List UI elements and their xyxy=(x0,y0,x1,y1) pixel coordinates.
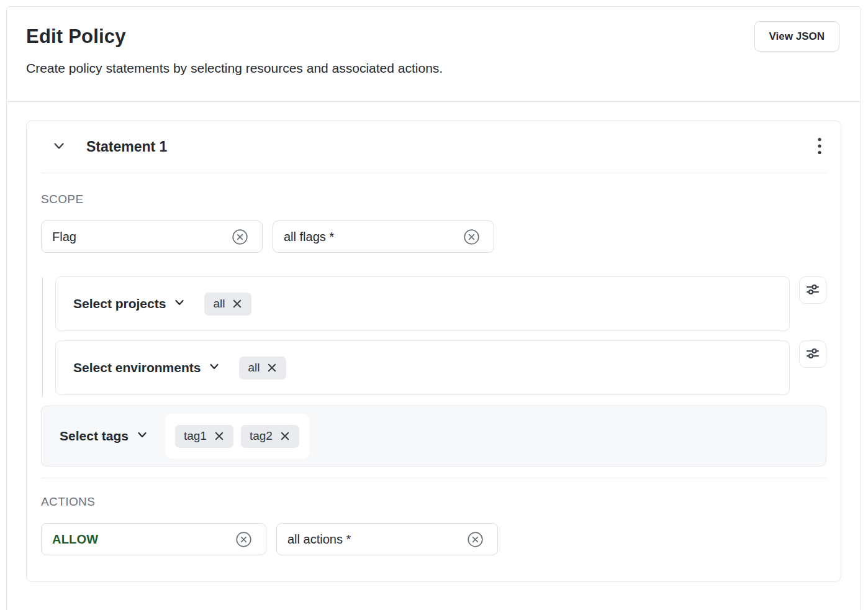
kebab-vertical-icon xyxy=(817,137,822,157)
statement-header-divider xyxy=(41,173,826,173)
remove-chip-icon[interactable] xyxy=(214,430,225,442)
resource-scope-pill[interactable]: all flags * xyxy=(273,221,494,253)
chip-label: tag1 xyxy=(184,429,207,443)
remove-effect-icon[interactable] xyxy=(235,531,252,548)
environments-dropdown-label: Select environments xyxy=(73,360,201,375)
chevron-down-icon xyxy=(51,138,67,156)
chevron-down-icon xyxy=(174,296,185,311)
view-json-button[interactable]: View JSON xyxy=(754,21,839,52)
statement-header: Statement 1 xyxy=(27,121,841,173)
nested-scope-rows: Select projects all xyxy=(41,276,826,395)
chip-label: tag2 xyxy=(250,429,273,443)
tags-dropdown-trigger[interactable]: Select tags xyxy=(60,429,148,444)
remove-chip-icon[interactable] xyxy=(232,298,243,309)
resource-type-pill[interactable]: Flag xyxy=(41,221,263,253)
statement-menu-button[interactable] xyxy=(815,134,825,160)
projects-select-box: Select projects all xyxy=(55,276,790,331)
tags-dropdown-label: Select tags xyxy=(60,429,129,444)
statement-title: Statement 1 xyxy=(86,139,167,155)
edit-policy-panel: Edit Policy Create policy statements by … xyxy=(6,6,861,610)
effect-pill[interactable]: ALLOW xyxy=(41,523,266,555)
page-title: Edit Policy xyxy=(26,25,839,48)
tag-chip: tag2 xyxy=(241,425,299,448)
chevron-down-icon xyxy=(209,360,220,375)
tag-chip: tag1 xyxy=(175,425,233,448)
chip-label: all xyxy=(213,297,225,311)
actions-divider xyxy=(41,478,826,478)
projects-advanced-button[interactable] xyxy=(799,276,826,304)
actions-section-label: ACTIONS xyxy=(41,495,826,509)
panel-header: Edit Policy Create policy statements by … xyxy=(7,7,861,102)
remove-actions-scope-icon[interactable] xyxy=(467,531,484,548)
page-subtitle: Create policy statements by selecting re… xyxy=(26,60,839,77)
collapse-statement-button[interactable] xyxy=(51,138,67,156)
chip-label: all xyxy=(248,361,260,375)
environments-dropdown-trigger[interactable]: Select environments xyxy=(73,360,220,375)
resource-type-label: Flag xyxy=(52,230,76,244)
tags-chip-container: tag1 tag2 xyxy=(165,414,309,458)
scope-pill-row: Flag all flags * xyxy=(41,221,826,253)
tags-row: Select tags tag1 tag2 xyxy=(41,406,826,467)
project-chip: all xyxy=(204,293,251,316)
environments-chips: all xyxy=(239,357,286,380)
remove-chip-icon[interactable] xyxy=(266,362,278,373)
indent-guide-line xyxy=(42,278,43,396)
actions-scope-label: all actions * xyxy=(287,532,351,547)
projects-chips: all xyxy=(204,293,251,316)
sliders-icon xyxy=(805,345,821,363)
actions-pill-row: ALLOW all actions * xyxy=(41,523,826,555)
remove-resource-scope-icon[interactable] xyxy=(463,229,480,245)
environments-advanced-button[interactable] xyxy=(799,340,826,368)
chevron-down-icon xyxy=(137,429,148,444)
projects-row: Select projects all xyxy=(55,276,826,331)
effect-label: ALLOW xyxy=(52,532,98,547)
projects-dropdown-label: Select projects xyxy=(73,296,166,311)
sliders-icon xyxy=(805,281,821,299)
remove-chip-icon[interactable] xyxy=(279,430,291,442)
statement-card: Statement 1 SCOPE Flag all flags * xyxy=(26,121,841,582)
projects-dropdown-trigger[interactable]: Select projects xyxy=(73,296,185,311)
environment-chip: all xyxy=(239,357,286,380)
environments-row: Select environments all xyxy=(55,340,826,395)
actions-scope-pill[interactable]: all actions * xyxy=(276,523,498,555)
scope-section-label: SCOPE xyxy=(41,193,826,206)
remove-resource-type-icon[interactable] xyxy=(232,229,248,245)
statement-body: SCOPE Flag all flags * xyxy=(27,193,841,581)
resource-scope-label: all flags * xyxy=(284,230,334,244)
environments-select-box: Select environments all xyxy=(55,340,790,395)
